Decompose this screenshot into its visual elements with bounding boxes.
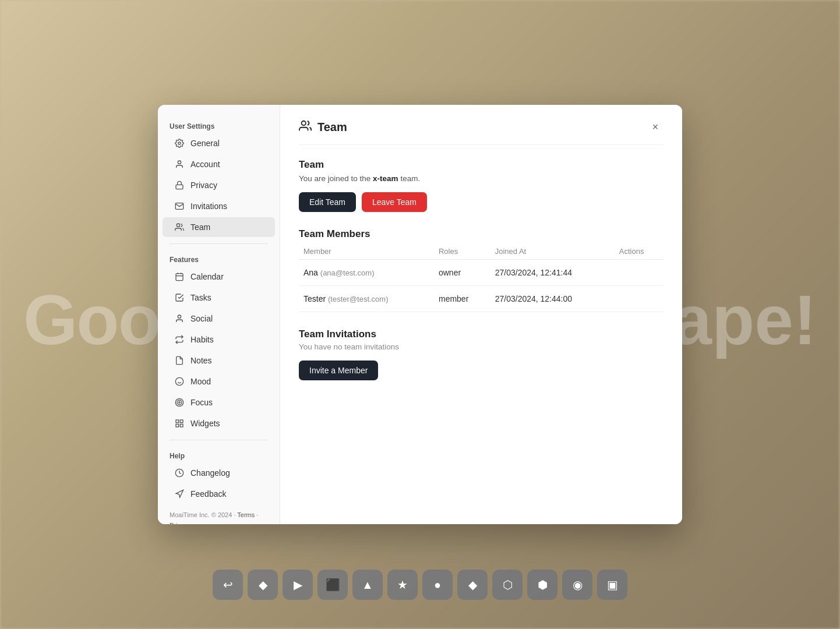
mood-icon: [174, 376, 185, 387]
sidebar-item-team[interactable]: Team: [163, 217, 275, 237]
subtitle-prefix: You are joined to the: [299, 174, 373, 183]
team-info-section: Team You are joined to the x-team team. …: [299, 159, 663, 212]
team-icon: [174, 222, 185, 232]
main-content: Team × Team You are joined to the x-team…: [280, 105, 682, 524]
social-icon: [174, 313, 185, 324]
sidebar-notes-label: Notes: [190, 356, 212, 365]
modal-title: Team: [317, 121, 347, 134]
team-action-buttons: Edit Team Leave Team: [299, 192, 663, 212]
sidebar-item-privacy[interactable]: Privacy: [163, 175, 275, 195]
col-member: Member: [299, 243, 434, 260]
leave-team-button[interactable]: Leave Team: [362, 192, 427, 212]
member-joined: 27/03/2024, 12:41:44: [490, 260, 615, 286]
team-members-section: Team Members Member Roles Joined At Acti…: [299, 228, 663, 312]
member-name: Ana: [303, 268, 318, 277]
sidebar-item-general[interactable]: General: [163, 133, 275, 153]
sidebar-general-label: General: [190, 139, 220, 148]
member-actions: [615, 260, 663, 286]
sidebar-item-habits[interactable]: Habits: [163, 330, 275, 349]
sidebar-focus-label: Focus: [190, 398, 213, 407]
person-icon: [174, 159, 185, 169]
sidebar-widgets-label: Widgets: [190, 419, 220, 428]
col-actions: Actions: [615, 243, 663, 260]
svg-point-1: [178, 161, 181, 164]
lock-icon: [174, 180, 185, 190]
svg-point-14: [179, 402, 181, 404]
member-email: (tester@test.com): [328, 295, 389, 303]
member-email: (ana@test.com): [320, 268, 375, 277]
svg-rect-18: [176, 424, 179, 427]
svg-rect-2: [176, 185, 183, 189]
close-button[interactable]: ×: [647, 119, 663, 135]
gear-icon: [174, 138, 185, 149]
member-name: Tester: [303, 294, 326, 303]
mail-icon: [174, 201, 185, 211]
table-row: Tester (tester@test.com) member 27/03/20…: [299, 286, 663, 312]
svg-point-9: [175, 377, 183, 385]
sidebar-item-invitations[interactable]: Invitations: [163, 196, 275, 216]
invitations-subtitle: You have no team invitations: [299, 342, 663, 351]
focus-icon: [174, 397, 185, 408]
sidebar-section-help: Help: [158, 448, 280, 462]
calendar-icon: [174, 271, 185, 282]
main-header-title: Team: [299, 119, 347, 135]
sidebar-item-feedback[interactable]: Feedback: [163, 484, 275, 504]
feedback-icon: [174, 489, 185, 499]
member-joined: 27/03/2024, 12:44:00: [490, 286, 615, 312]
svg-rect-17: [180, 424, 183, 427]
footer-terms-link[interactable]: Terms: [237, 511, 255, 518]
svg-marker-20: [176, 490, 183, 497]
svg-point-3: [177, 224, 179, 227]
sidebar-footer: MoaiTime Inc. © 2024 · Terms · Privacy: [158, 504, 280, 524]
sidebar-divider-1: [170, 243, 268, 244]
members-section-title: Team Members: [299, 228, 663, 240]
svg-rect-4: [176, 274, 183, 281]
sidebar-item-mood[interactable]: Mood: [163, 372, 275, 391]
sidebar-team-label: Team: [190, 222, 210, 232]
team-section-subtitle: You are joined to the x-team team.: [299, 174, 663, 183]
svg-point-21: [302, 121, 306, 125]
sidebar-section-settings: User Settings: [158, 119, 280, 133]
sidebar-item-changelog[interactable]: Changelog: [163, 463, 275, 483]
sidebar-privacy-label: Privacy: [190, 181, 217, 190]
sidebar-feedback-label: Feedback: [190, 489, 226, 499]
modal-container: User Settings General Account: [158, 105, 682, 524]
sidebar-calendar-label: Calendar: [190, 272, 224, 281]
sidebar-item-social[interactable]: Social: [163, 309, 275, 328]
table-row: Ana (ana@test.com) owner 27/03/2024, 12:…: [299, 260, 663, 286]
member-role: member: [434, 286, 490, 312]
sidebar-item-notes[interactable]: Notes: [163, 351, 275, 370]
svg-point-13: [177, 400, 182, 405]
footer-separator: ·: [255, 511, 258, 518]
invite-member-button[interactable]: Invite a Member: [299, 361, 378, 380]
col-roles: Roles: [434, 243, 490, 260]
edit-team-button[interactable]: Edit Team: [299, 192, 356, 212]
sidebar-item-widgets[interactable]: Widgets: [163, 414, 275, 433]
footer-privacy-link[interactable]: Privacy: [170, 522, 190, 524]
sidebar-habits-label: Habits: [190, 335, 214, 344]
sidebar-social-label: Social: [190, 314, 213, 323]
tasks-icon: [174, 292, 185, 303]
subtitle-suffix: team.: [398, 174, 421, 183]
team-section-title: Team: [299, 159, 663, 171]
team-header-icon: [299, 119, 312, 135]
svg-rect-15: [176, 420, 179, 423]
sidebar-invitations-label: Invitations: [190, 202, 227, 211]
sidebar-changelog-label: Changelog: [190, 468, 230, 478]
svg-point-8: [178, 315, 181, 318]
sidebar-item-account[interactable]: Account: [163, 154, 275, 174]
sidebar-item-focus[interactable]: Focus: [163, 393, 275, 412]
sidebar-item-tasks[interactable]: Tasks: [163, 288, 275, 308]
notes-icon: [174, 355, 185, 366]
sidebar-account-label: Account: [190, 160, 220, 169]
members-table: Member Roles Joined At Actions Ana (ana@…: [299, 243, 663, 312]
changelog-icon: [174, 468, 185, 478]
modal-overlay: User Settings General Account: [0, 0, 840, 629]
invitations-section: Team Invitations You have no team invita…: [299, 328, 663, 380]
sidebar-mood-label: Mood: [190, 377, 211, 386]
sidebar-item-calendar[interactable]: Calendar: [163, 267, 275, 287]
svg-point-0: [178, 142, 181, 144]
main-header: Team ×: [299, 119, 663, 145]
member-role: owner: [434, 260, 490, 286]
team-name: x-team: [373, 174, 398, 183]
